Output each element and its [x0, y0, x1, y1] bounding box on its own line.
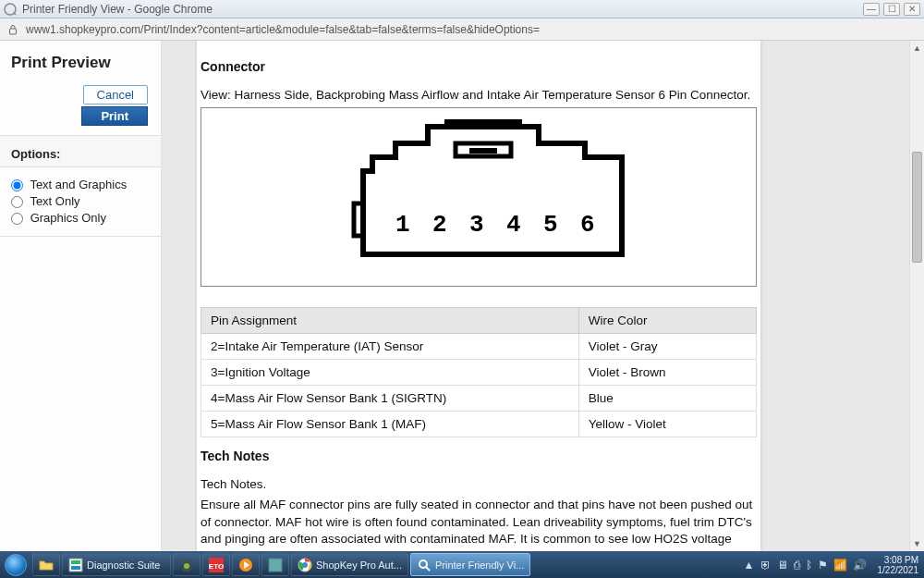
tray-printer-icon[interactable]: ⎙	[794, 559, 800, 572]
app-icon	[68, 558, 83, 572]
svg-rect-2	[10, 29, 17, 34]
window-title: Printer Friendly View - Google Chrome	[22, 3, 863, 16]
square-app-icon	[268, 558, 283, 572]
table-row: 3=Ignition Voltage Violet - Brown	[201, 360, 757, 386]
evernote-icon	[179, 558, 194, 572]
col-color-header: Wire Color	[578, 308, 756, 334]
tray-volume-icon[interactable]: 🔊	[853, 559, 867, 572]
window-close-button[interactable]: ✕	[904, 3, 920, 16]
print-sidebar: Print Preview Cancel Print Options: Text…	[0, 41, 162, 551]
tech-notes-lead: Tech Notes.	[201, 476, 757, 493]
pin-table: Pin Assignment Wire Color 2=Intake Air T…	[201, 307, 757, 437]
tray-network-icon[interactable]: 📶	[833, 559, 847, 572]
system-tray[interactable]: ▲ ⛨ 🖥 ⎙ ᛒ ⚑ 📶 🔊 3:08 PM 1/22/2021	[738, 551, 924, 578]
tech-notes-heading: Tech Notes	[201, 449, 757, 463]
scrollbar-thumb[interactable]	[912, 152, 922, 263]
radio-text-and-graphics[interactable]: Text and Graphics	[11, 177, 150, 193]
taskbar-clock[interactable]: 3:08 PM 1/22/2021	[872, 555, 919, 575]
window-maximize-button[interactable]: ☐	[883, 3, 900, 16]
svg-line-1	[14, 12, 17, 15]
scroll-up-arrow-icon[interactable]: ▲	[910, 41, 924, 55]
taskbar-item-shopkey[interactable]: ShopKey Pro Aut...	[291, 553, 408, 576]
pin-3: 3	[469, 211, 484, 239]
taskbar-item-printer-friendly[interactable]: Printer Friendly Vi...	[410, 553, 530, 576]
tray-flag-icon[interactable]: ⚑	[818, 559, 828, 572]
vertical-scrollbar[interactable]: ▲ ▼	[909, 41, 924, 551]
pin-4: 4	[506, 211, 521, 239]
chrome-icon	[298, 558, 312, 572]
table-row: 5=Mass Air Flow Sensor Bank 1 (MAF) Yell…	[201, 412, 757, 437]
svg-rect-8	[71, 566, 80, 570]
cancel-button[interactable]: Cancel	[83, 85, 148, 105]
taskbar-pinned-explorer[interactable]	[32, 553, 60, 576]
tech-notes-body: Ensure all MAF connector pins are fully …	[201, 497, 757, 551]
article-page: Connector View: Harness Side, Backprobin…	[197, 41, 760, 551]
svg-point-9	[184, 563, 189, 569]
pin-6: 6	[580, 211, 595, 239]
radio-text-only-input[interactable]	[11, 196, 23, 208]
taskbar-pinned-media[interactable]	[232, 553, 260, 576]
table-row: 4=Mass Air Flow Sensor Bank 1 (SIGRTN) B…	[201, 386, 757, 412]
folder-icon	[39, 558, 54, 572]
start-button[interactable]	[0, 551, 31, 578]
options-radios: Text and Graphics Text Only Graphics Onl…	[0, 167, 161, 237]
media-player-icon	[238, 558, 253, 572]
radio-text-only[interactable]: Text Only	[11, 193, 150, 210]
tray-bluetooth-icon[interactable]: ᛒ	[806, 559, 812, 572]
tray-up-arrow-icon[interactable]: ▲	[744, 559, 755, 572]
radio-graphics-only-input[interactable]	[11, 213, 23, 225]
svg-text:ETO: ETO	[209, 562, 224, 571]
tray-monitor-icon[interactable]: 🖥	[777, 559, 788, 572]
radio-text-and-graphics-input[interactable]	[11, 179, 23, 191]
url-text: www1.shopkeypro.com/Print/Index?content=…	[26, 23, 540, 36]
lock-icon	[7, 24, 20, 35]
magnifier-icon	[417, 558, 432, 572]
svg-point-17	[419, 560, 427, 568]
taskbar-pinned-app-3[interactable]	[261, 553, 289, 576]
pin-1: 1	[395, 211, 410, 239]
eto-icon: ETO	[209, 558, 224, 572]
pin-5: 5	[543, 211, 558, 239]
radio-graphics-only[interactable]: Graphics Only	[11, 210, 150, 227]
svg-line-18	[426, 567, 430, 571]
svg-rect-7	[71, 560, 80, 564]
print-button[interactable]: Print	[81, 106, 148, 126]
page-favicon	[4, 3, 17, 16]
browser-address-bar[interactable]: www1.shopkeypro.com/Print/Index?content=…	[0, 18, 924, 41]
content-area: Connector View: Harness Side, Backprobin…	[162, 41, 924, 551]
svg-rect-14	[269, 559, 282, 572]
view-text: View: Harness Side, Backprobing Mass Air…	[201, 87, 757, 104]
table-row: 2=Intake Air Temperature (IAT) Sensor Vi…	[201, 334, 757, 360]
browser-titlebar: Printer Friendly View - Google Chrome — …	[0, 0, 924, 18]
connector-heading: Connector	[201, 59, 757, 74]
taskbar-item-diagnostic-suite[interactable]: Diagnostic Suite	[62, 553, 171, 576]
col-pin-header: Pin Assignment	[201, 308, 579, 334]
options-heading: Options:	[0, 135, 161, 167]
taskbar-pinned-app-2[interactable]: ETO	[202, 553, 230, 576]
connector-diagram: 1 2 3 4 5 6	[201, 107, 757, 287]
pin-2: 2	[432, 211, 447, 239]
tray-shield-icon[interactable]: ⛨	[760, 559, 772, 572]
svg-rect-4	[469, 148, 497, 154]
svg-rect-5	[444, 119, 522, 129]
taskbar-pinned-app-1[interactable]	[173, 553, 201, 576]
sidebar-heading: Print Preview	[0, 50, 161, 85]
window-minimize-button[interactable]: —	[863, 3, 880, 16]
scroll-down-arrow-icon[interactable]: ▼	[910, 536, 924, 551]
windows-taskbar: Diagnostic Suite ETO ShopKey Pro Aut... …	[0, 551, 924, 578]
